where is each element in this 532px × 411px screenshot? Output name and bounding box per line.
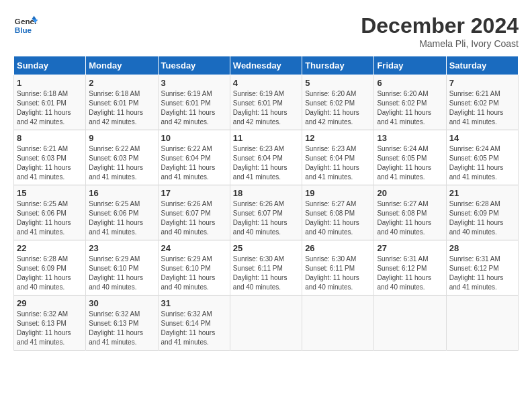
svg-text:Blue: Blue — [15, 26, 32, 34]
day-number: 10 — [161, 133, 227, 143]
calendar-cell: 12Sunrise: 6:23 AM Sunset: 6:04 PM Dayli… — [302, 130, 374, 185]
header-thursday: Thursday — [302, 56, 374, 75]
day-number: 23 — [89, 243, 154, 253]
calendar-cell: 23Sunrise: 6:29 AM Sunset: 6:10 PM Dayli… — [86, 240, 158, 295]
day-number: 3 — [161, 78, 227, 88]
day-number: 2 — [89, 78, 154, 88]
day-info: Sunrise: 6:26 AM Sunset: 6:07 PM Dayligh… — [161, 199, 227, 237]
calendar-week-3: 15Sunrise: 6:25 AM Sunset: 6:06 PM Dayli… — [14, 185, 519, 240]
day-number: 19 — [305, 188, 371, 198]
day-number: 26 — [305, 243, 371, 253]
day-info: Sunrise: 6:29 AM Sunset: 6:10 PM Dayligh… — [161, 255, 227, 292]
calendar-cell: 15Sunrise: 6:25 AM Sunset: 6:06 PM Dayli… — [14, 185, 86, 240]
day-info: Sunrise: 6:23 AM Sunset: 6:04 PM Dayligh… — [305, 144, 371, 182]
day-info: Sunrise: 6:25 AM Sunset: 6:06 PM Dayligh… — [17, 199, 83, 237]
day-number: 13 — [377, 133, 443, 143]
day-info: Sunrise: 6:27 AM Sunset: 6:08 PM Dayligh… — [377, 199, 443, 237]
day-number: 28 — [449, 243, 515, 253]
calendar-cell: 9Sunrise: 6:22 AM Sunset: 6:03 PM Daylig… — [86, 130, 158, 185]
day-number: 7 — [449, 78, 515, 88]
day-info: Sunrise: 6:32 AM Sunset: 6:13 PM Dayligh… — [89, 310, 154, 347]
logo-icon: General Blue — [13, 13, 38, 38]
page-header: General Blue December 2024 Mamela Pli, I… — [13, 13, 519, 49]
calendar-cell: 16Sunrise: 6:25 AM Sunset: 6:06 PM Dayli… — [86, 185, 158, 240]
calendar-cell: 4Sunrise: 6:19 AM Sunset: 6:01 PM Daylig… — [230, 75, 302, 130]
day-number: 12 — [305, 133, 371, 143]
header-saturday: Saturday — [446, 56, 518, 75]
calendar-cell: 5Sunrise: 6:20 AM Sunset: 6:02 PM Daylig… — [302, 75, 374, 130]
day-number: 17 — [161, 188, 227, 198]
calendar-week-5: 29Sunrise: 6:32 AM Sunset: 6:13 PM Dayli… — [14, 295, 519, 351]
calendar-cell: 6Sunrise: 6:20 AM Sunset: 6:02 PM Daylig… — [374, 75, 446, 130]
calendar-cell: 7Sunrise: 6:21 AM Sunset: 6:02 PM Daylig… — [446, 75, 518, 130]
day-info: Sunrise: 6:21 AM Sunset: 6:03 PM Dayligh… — [17, 144, 83, 182]
calendar-cell: 10Sunrise: 6:22 AM Sunset: 6:04 PM Dayli… — [158, 130, 230, 185]
day-info: Sunrise: 6:23 AM Sunset: 6:04 PM Dayligh… — [233, 144, 299, 182]
day-info: Sunrise: 6:30 AM Sunset: 6:11 PM Dayligh… — [305, 255, 371, 292]
calendar-cell: 27Sunrise: 6:31 AM Sunset: 6:12 PM Dayli… — [374, 240, 446, 295]
day-number: 11 — [233, 133, 299, 143]
location-title: Mamela Pli, Ivory Coast — [361, 38, 519, 49]
calendar-week-4: 22Sunrise: 6:28 AM Sunset: 6:09 PM Dayli… — [14, 240, 519, 295]
calendar-cell — [302, 295, 374, 351]
day-info: Sunrise: 6:24 AM Sunset: 6:05 PM Dayligh… — [377, 144, 443, 182]
calendar-cell — [230, 295, 302, 351]
day-number: 27 — [377, 243, 443, 253]
day-number: 15 — [17, 188, 83, 198]
day-info: Sunrise: 6:22 AM Sunset: 6:04 PM Dayligh… — [161, 144, 227, 182]
calendar-cell: 24Sunrise: 6:29 AM Sunset: 6:10 PM Dayli… — [158, 240, 230, 295]
calendar-cell: 17Sunrise: 6:26 AM Sunset: 6:07 PM Dayli… — [158, 185, 230, 240]
calendar-cell: 19Sunrise: 6:27 AM Sunset: 6:08 PM Dayli… — [302, 185, 374, 240]
day-info: Sunrise: 6:28 AM Sunset: 6:09 PM Dayligh… — [449, 199, 515, 237]
day-info: Sunrise: 6:22 AM Sunset: 6:03 PM Dayligh… — [89, 144, 154, 182]
day-info: Sunrise: 6:26 AM Sunset: 6:07 PM Dayligh… — [233, 199, 299, 237]
day-info: Sunrise: 6:18 AM Sunset: 6:01 PM Dayligh… — [17, 89, 83, 127]
day-number: 25 — [233, 243, 299, 253]
header-sunday: Sunday — [14, 56, 86, 75]
day-info: Sunrise: 6:30 AM Sunset: 6:11 PM Dayligh… — [233, 255, 299, 292]
calendar-week-1: 1Sunrise: 6:18 AM Sunset: 6:01 PM Daylig… — [14, 75, 519, 130]
calendar-week-2: 8Sunrise: 6:21 AM Sunset: 6:03 PM Daylig… — [14, 130, 519, 185]
day-info: Sunrise: 6:20 AM Sunset: 6:02 PM Dayligh… — [305, 89, 371, 127]
day-info: Sunrise: 6:18 AM Sunset: 6:01 PM Dayligh… — [89, 89, 154, 127]
calendar-cell: 22Sunrise: 6:28 AM Sunset: 6:09 PM Dayli… — [14, 240, 86, 295]
day-info: Sunrise: 6:20 AM Sunset: 6:02 PM Dayligh… — [377, 89, 443, 127]
day-number: 8 — [17, 133, 83, 143]
day-info: Sunrise: 6:31 AM Sunset: 6:12 PM Dayligh… — [377, 255, 443, 292]
day-number: 1 — [17, 78, 83, 88]
calendar-cell: 26Sunrise: 6:30 AM Sunset: 6:11 PM Dayli… — [302, 240, 374, 295]
calendar-cell — [446, 295, 518, 351]
day-info: Sunrise: 6:24 AM Sunset: 6:05 PM Dayligh… — [449, 144, 515, 182]
day-number: 30 — [89, 298, 154, 308]
calendar-cell: 8Sunrise: 6:21 AM Sunset: 6:03 PM Daylig… — [14, 130, 86, 185]
logo: General Blue — [13, 13, 38, 38]
calendar-cell: 1Sunrise: 6:18 AM Sunset: 6:01 PM Daylig… — [14, 75, 86, 130]
title-area: December 2024 Mamela Pli, Ivory Coast — [361, 13, 519, 49]
day-number: 24 — [161, 243, 227, 253]
calendar-cell: 11Sunrise: 6:23 AM Sunset: 6:04 PM Dayli… — [230, 130, 302, 185]
calendar-table: Sunday Monday Tuesday Wednesday Thursday… — [13, 56, 519, 351]
calendar-cell: 18Sunrise: 6:26 AM Sunset: 6:07 PM Dayli… — [230, 185, 302, 240]
calendar-cell: 21Sunrise: 6:28 AM Sunset: 6:09 PM Dayli… — [446, 185, 518, 240]
calendar-cell: 14Sunrise: 6:24 AM Sunset: 6:05 PM Dayli… — [446, 130, 518, 185]
day-info: Sunrise: 6:28 AM Sunset: 6:09 PM Dayligh… — [17, 255, 83, 292]
day-number: 14 — [449, 133, 515, 143]
calendar-cell: 29Sunrise: 6:32 AM Sunset: 6:13 PM Dayli… — [14, 295, 86, 351]
day-number: 18 — [233, 188, 299, 198]
day-info: Sunrise: 6:19 AM Sunset: 6:01 PM Dayligh… — [161, 89, 227, 127]
calendar-cell: 2Sunrise: 6:18 AM Sunset: 6:01 PM Daylig… — [86, 75, 158, 130]
calendar-cell: 13Sunrise: 6:24 AM Sunset: 6:05 PM Dayli… — [374, 130, 446, 185]
calendar-cell: 25Sunrise: 6:30 AM Sunset: 6:11 PM Dayli… — [230, 240, 302, 295]
calendar-cell — [374, 295, 446, 351]
day-info: Sunrise: 6:32 AM Sunset: 6:14 PM Dayligh… — [161, 310, 227, 347]
day-number: 6 — [377, 78, 443, 88]
day-info: Sunrise: 6:31 AM Sunset: 6:12 PM Dayligh… — [449, 255, 515, 292]
calendar-cell: 3Sunrise: 6:19 AM Sunset: 6:01 PM Daylig… — [158, 75, 230, 130]
header-wednesday: Wednesday — [230, 56, 302, 75]
header-tuesday: Tuesday — [158, 56, 230, 75]
calendar-cell: 28Sunrise: 6:31 AM Sunset: 6:12 PM Dayli… — [446, 240, 518, 295]
day-number: 16 — [89, 188, 154, 198]
day-number: 21 — [449, 188, 515, 198]
days-header-row: Sunday Monday Tuesday Wednesday Thursday… — [14, 56, 519, 75]
day-number: 20 — [377, 188, 443, 198]
